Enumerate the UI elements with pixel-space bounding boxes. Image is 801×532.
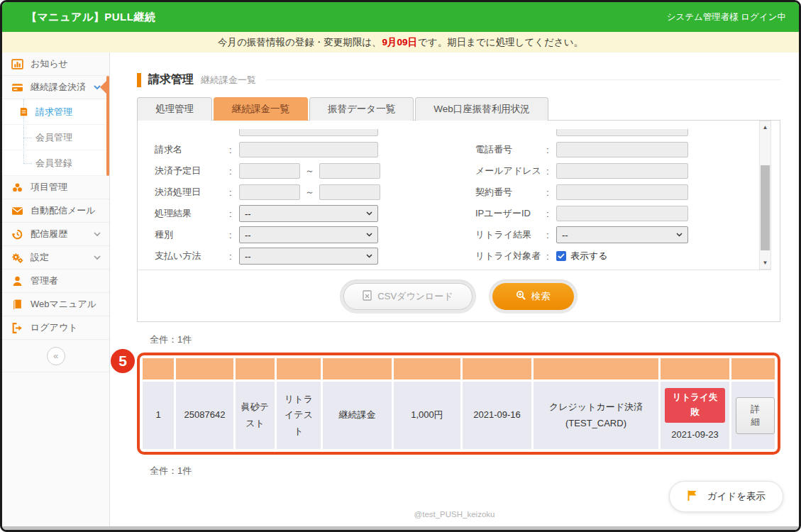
sidebar-item-label: 項目管理 [31,181,67,194]
sidebar-item-member-management[interactable]: 会員管理 [2,125,109,150]
phone-number-input[interactable] [556,142,688,157]
cell-retry-status: リトライ失敗 2021-09-23 [661,382,729,449]
page-subtitle: 継続課金一覧 [201,74,256,87]
page-title: 請求管理 [148,72,194,87]
retry-failed-badge: リトライ失敗 [665,388,725,423]
notice-text-prefix: 今月の振替情報の登録・変更期限は、 [218,36,381,49]
contract-number-input[interactable] [556,184,688,200]
table-header-row [143,358,775,379]
tab-transfer-data-list[interactable]: 振替データ一覧 [309,97,414,121]
cell-contract-number: 25087642 [176,382,233,449]
sidebar-item-label: 設定 [31,251,49,264]
email-input[interactable] [556,163,688,179]
book-icon [11,299,23,311]
search-button-ring: 検索 [489,279,578,314]
sidebar-item-settings[interactable]: 設定 [2,246,109,270]
result-count-top: 全件：1件 [150,333,780,346]
filter-scroll-area: 請求名 : 決済予定日 : ～ [138,121,771,270]
active-group-arrow-marker [100,79,108,95]
sidebar-item-label: 管理者 [31,275,58,287]
title-rule [266,79,780,80]
sidebar-item-label: 継続課金決済 [31,81,86,94]
scrollbar-up-arrow[interactable]: ▲ [760,122,770,133]
sidebar-submenu: 請求管理 会員管理 会員登録 [2,99,109,176]
scrollbar-down-arrow[interactable]: ▼ [760,257,770,268]
ip-user-id-input[interactable] [556,206,688,221]
sidebar-item-news[interactable]: お知らせ [2,52,109,76]
sidebar-item-billing-management[interactable]: 請求管理 [2,99,109,125]
clipped-input[interactable] [556,129,688,136]
app-window: 【マニュアル】PULL継続 システム管理者様 ログイン中 今月の振替情報の登録・… [0,0,801,532]
search-button[interactable]: 検索 [492,283,574,310]
sidebar-item-delivery-history[interactable]: 配信履歴 [2,223,109,246]
table-row: 1 25087642 眞砂テスト リトライテスト 継続課金 1,000円 202… [143,382,775,449]
processing-result-select[interactable]: -- [239,205,378,222]
footer-watermark: @test_PUSH_keizoku [110,510,799,519]
billing-name-input[interactable] [239,142,378,157]
show-guide-button[interactable]: ガイドを表示 [669,481,783,512]
cell-billing-name: リトライテスト [277,382,321,449]
annotation-number-badge: 5 [111,349,135,373]
top-header-bar: 【マニュアル】PULL継続 システム管理者様 ログイン中 [2,2,799,32]
sidebar-group-recurring-billing: 継続課金決済 請求管理 会員管理 [2,76,109,176]
cell-scheduled-date: 2021-09-16 [463,382,531,449]
payment-method-select[interactable]: -- [239,248,378,265]
sidebar-item-label: 会員登録 [35,157,72,170]
sidebar-item-label: ログアウト [31,321,78,334]
sidebar-collapse-row: « [2,340,109,372]
filter-actions: CSVダウンロード 検索 [138,270,780,322]
app-title: 【マニュアル】PULL継続 [26,11,155,24]
sidebar-item-logout[interactable]: ログアウト [2,316,109,340]
scheduled-date-from-input[interactable] [239,163,300,179]
retry-target-checkbox[interactable] [556,251,566,261]
sidebar-item-label: 請求管理 [35,106,72,118]
coins-icon [11,182,23,194]
retry-date: 2021-09-23 [665,427,725,443]
result-count-bottom: 全件：1件 [150,465,780,477]
sidebar: お知らせ 継続課金決済 [2,52,110,526]
cell-member-name: 眞砂テスト [236,382,275,449]
sidebar-item-recurring-billing[interactable]: 継続課金決済 [2,76,109,99]
main-content: 請求管理 継続課金一覧 処理管理 継続課金一覧 振替データ一覧 Web口座振替利… [110,52,799,526]
sidebar-item-label: Webマニュアル [31,298,96,311]
cell-amount: 1,000円 [394,382,460,449]
cell-payment-method: クレジットカード決済 (TEST_CARD) [534,382,658,449]
tab-recurring-billing-list[interactable]: 継続課金一覧 [214,97,308,121]
mail-icon [11,205,23,217]
user-icon [11,275,23,287]
sidebar-item-auto-mail[interactable]: 自動配信メール [2,199,109,223]
retry-result-select[interactable]: -- [556,226,688,243]
login-status: システム管理者様 ログイン中 [667,11,786,23]
clipped-input[interactable] [239,129,378,136]
tab-processing-management[interactable]: 処理管理 [137,97,212,121]
sidebar-item-administrator[interactable]: 管理者 [2,270,109,293]
processed-date-to-input[interactable] [319,184,380,200]
history-icon [11,228,23,240]
sidebar-item-label: お知らせ [31,57,68,70]
type-select[interactable]: -- [239,226,378,243]
notice-text-suffix: です。期日までに処理してください。 [418,36,583,49]
annotation-highlight-box: 5 1 25087642 [137,353,780,455]
csv-file-icon [363,290,372,303]
tab-bar: 処理管理 継続課金一覧 振替データ一覧 Web口座振替利用状況 [137,97,780,121]
tab-web-account-transfer-status[interactable]: Web口座振替利用状況 [415,97,548,121]
scrollbar[interactable]: ▲ ▼ [759,121,771,270]
tree-branch [23,163,32,164]
detail-button[interactable]: 詳細 [736,397,775,434]
scrollbar-thumb[interactable] [761,165,770,250]
credit-card-icon [11,82,23,94]
clipped-field-row [155,129,475,136]
deadline-notice-bar: 今月の振替情報の登録・変更期限は、 9月09日 です。期日までに処理してください… [2,32,799,52]
flag-icon [687,489,698,504]
gear-icon [11,252,23,264]
scheduled-date-to-input[interactable] [319,163,380,179]
page-title-row: 請求管理 継続課金一覧 [137,72,780,87]
sidebar-collapse-button[interactable]: « [47,347,65,365]
chevron-down-icon [94,255,101,260]
sidebar-item-web-manual[interactable]: Webマニュアル [2,293,109,316]
chevron-down-icon [366,233,372,237]
sidebar-item-item-management[interactable]: 項目管理 [2,176,109,199]
csv-download-button[interactable]: CSVダウンロード [343,283,472,310]
sidebar-item-member-registration[interactable]: 会員登録 [2,150,109,176]
processed-date-from-input[interactable] [239,184,300,200]
